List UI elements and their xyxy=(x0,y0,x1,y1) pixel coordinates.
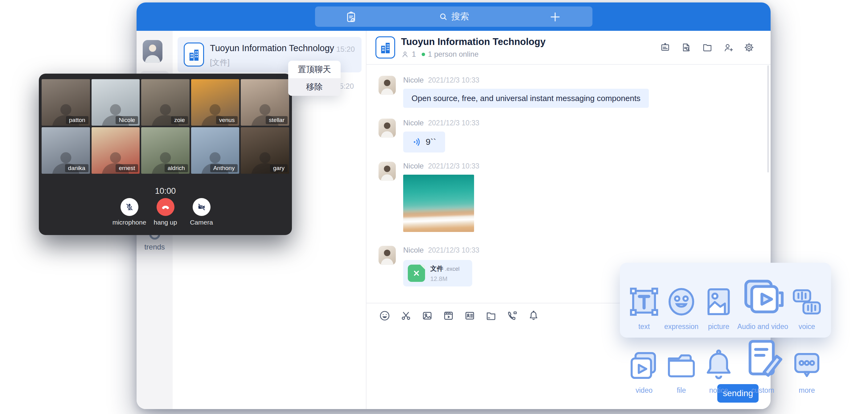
notification-icon[interactable] xyxy=(527,310,540,322)
participant-tile[interactable]: aldrich xyxy=(141,127,190,174)
participant-name: danika xyxy=(65,164,89,172)
participant-tile[interactable]: patton xyxy=(41,79,90,126)
camera-control[interactable]: Camera xyxy=(185,198,219,226)
current-user-avatar[interactable] xyxy=(143,40,162,63)
control-label: hang up xyxy=(149,219,183,226)
participant-name: zoie xyxy=(171,116,188,124)
panel-item-video[interactable]: video xyxy=(625,333,663,394)
panel-item-voice[interactable]: voice xyxy=(788,269,826,331)
call-timer: 10:00 xyxy=(39,186,292,196)
panel-item-notice[interactable]: notice xyxy=(700,333,737,394)
member-count: 1 xyxy=(412,50,416,59)
microphone-control[interactable]: microphone xyxy=(113,198,147,226)
voice-message-bubble[interactable]: 9`` xyxy=(403,131,445,153)
control-label: Camera xyxy=(185,219,219,226)
sender-avatar[interactable] xyxy=(378,119,396,138)
participant-tile[interactable]: venus xyxy=(191,79,240,126)
chat-header: Tuoyun Information Technology 1 1 person… xyxy=(367,31,771,65)
panel-item-picture[interactable]: picture xyxy=(700,269,737,331)
announcement-icon[interactable] xyxy=(660,42,671,53)
sender-avatar[interactable] xyxy=(378,246,396,265)
voice-icon xyxy=(788,283,826,320)
participant-name: aldrich xyxy=(164,164,188,172)
file-ext: .excel xyxy=(445,266,460,272)
participant-name: stellar xyxy=(266,116,287,124)
screenshot-icon[interactable] xyxy=(400,310,412,322)
panel-item-more[interactable]: more xyxy=(788,333,826,394)
call-controls: microphone hang up Camera xyxy=(39,198,292,226)
group-avatar xyxy=(375,36,395,59)
members-icon xyxy=(401,50,409,58)
context-menu: 置顶聊天 移除 xyxy=(288,61,341,96)
group-avatar xyxy=(184,42,204,67)
sender-name: Nicole xyxy=(403,162,424,170)
camera-off-icon[interactable] xyxy=(193,198,211,216)
hang-up-icon[interactable] xyxy=(157,198,175,216)
search-bar[interactable]: 搜索 xyxy=(315,6,592,27)
message-type-panel: text expression picture Audio and video xyxy=(620,263,831,338)
participant-name: venus xyxy=(216,116,238,124)
panel-item-file[interactable]: file xyxy=(663,333,700,394)
participant-tile[interactable]: zoie xyxy=(141,79,190,126)
sender-avatar[interactable] xyxy=(378,162,396,181)
text-icon xyxy=(625,283,663,320)
participant-tile[interactable]: stellar xyxy=(241,79,289,126)
composer-toolbar xyxy=(378,310,540,322)
hang-up-control[interactable]: hang up xyxy=(149,198,183,226)
conversation-title: Tuoyun Information Technology xyxy=(210,43,334,53)
message-row: Nicole 2021/12/3 10:33 xyxy=(378,162,479,232)
participant-tile[interactable]: gary xyxy=(241,127,289,174)
building-icon xyxy=(379,41,391,54)
add-member-icon[interactable] xyxy=(722,42,734,53)
file-icon[interactable] xyxy=(485,310,497,322)
emoji-icon[interactable] xyxy=(378,310,391,322)
video-call-window: patton Nicole zoie venus stellar danika … xyxy=(39,74,292,235)
file-folder-icon xyxy=(663,347,700,384)
message-time: 2021/12/3 10:33 xyxy=(428,119,479,127)
call-icon[interactable] xyxy=(506,310,519,322)
voice-duration: 9`` xyxy=(426,137,436,147)
online-dot xyxy=(422,53,425,56)
participant-tile[interactable]: Nicole xyxy=(92,79,140,126)
custom-icon xyxy=(737,333,788,384)
message-scrollbar[interactable] xyxy=(767,65,769,172)
participant-name: Nicole xyxy=(116,116,138,124)
image-message[interactable] xyxy=(403,174,474,232)
sender-avatar[interactable] xyxy=(378,76,396,95)
notice-icon xyxy=(700,347,737,384)
search-placeholder: 搜索 xyxy=(451,10,469,23)
search-icon xyxy=(438,12,448,22)
trends-label: trends xyxy=(136,243,173,251)
image-icon[interactable] xyxy=(421,310,433,322)
participant-name: ernest xyxy=(116,164,138,172)
message-time: 2021/12/3 10:33 xyxy=(428,162,479,170)
more-icon xyxy=(788,347,826,384)
contact-card-icon[interactable] xyxy=(464,310,476,322)
menu-item-pin-chat[interactable]: 置顶聊天 xyxy=(288,61,341,78)
panel-item-text[interactable]: text xyxy=(625,269,663,331)
panel-item-audio-video[interactable]: Audio and video xyxy=(737,269,788,331)
message-row: Nicole 2021/12/3 10:33 9`` xyxy=(378,119,479,153)
participant-tile[interactable]: Anthony xyxy=(191,127,240,174)
conversation-last-message: [文件] xyxy=(210,57,230,67)
panel-item-expression[interactable]: expression xyxy=(663,269,700,331)
menu-item-remove[interactable]: 移除 xyxy=(288,78,341,96)
panel-item-custom[interactable]: custom xyxy=(737,333,788,394)
message-row: Nicole 2021/12/3 10:33 Open source, free… xyxy=(378,76,649,108)
audio-video-icon xyxy=(737,269,788,320)
video-clip-icon[interactable] xyxy=(442,310,455,322)
participant-tile[interactable]: ernest xyxy=(92,127,140,174)
video-icon xyxy=(625,347,663,384)
file-message-card[interactable]: 文件 .excel 12.8M xyxy=(403,260,472,286)
message-time: 2021/12/3 10:33 xyxy=(428,76,479,85)
search-history-icon[interactable] xyxy=(681,42,692,53)
settings-icon[interactable] xyxy=(743,42,754,53)
participant-tile[interactable]: danika xyxy=(41,127,90,174)
conversation-time: 15:20 xyxy=(336,45,355,54)
sender-name: Nicole xyxy=(403,119,424,127)
add-icon[interactable] xyxy=(549,10,562,23)
microphone-off-icon[interactable] xyxy=(121,198,138,216)
folder-icon[interactable] xyxy=(702,42,713,53)
chat-subtitle: 1 1 person online xyxy=(401,50,478,59)
text-message-bubble[interactable]: Open source, free, and universal instant… xyxy=(403,89,649,108)
